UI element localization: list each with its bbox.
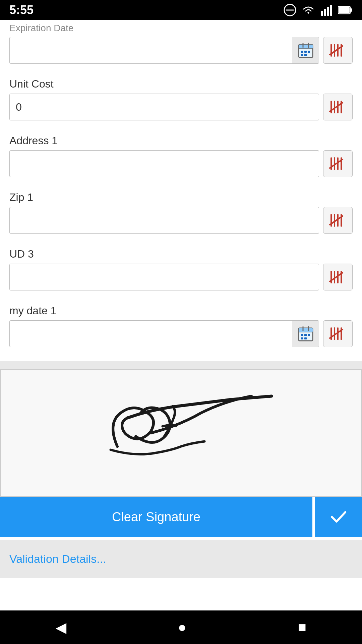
tally-icon-5 [328,269,348,285]
unit-cost-tally-btn[interactable] [323,94,353,120]
svg-rect-10 [299,45,313,49]
expiration-date-group: Expiration Date [9,20,353,64]
ud3-input[interactable] [9,264,319,290]
address1-tally-btn[interactable] [323,150,353,177]
zip1-input[interactable] [9,207,319,234]
svg-rect-7 [350,8,352,12]
svg-rect-14 [301,51,303,53]
validation-text: Validation Details... [9,552,106,565]
ud3-group: UD 3 [9,242,353,290]
expiration-date-input-wrapper[interactable] [9,37,319,64]
unit-cost-row [9,94,353,120]
battery-icon [338,4,353,16]
wifi-icon [301,4,316,16]
tally-icon-2 [328,99,348,115]
nav-recents-button[interactable]: ■ [298,619,306,635]
zip1-group: Zip 1 [9,185,353,234]
expiration-date-calendar-btn[interactable] [292,37,319,64]
zip1-tally-btn[interactable] [323,207,353,234]
signal-icon [320,4,333,16]
svg-rect-4 [327,7,329,16]
unit-cost-label: Unit Cost [9,72,353,90]
expiration-date-row [9,37,353,64]
main-content: Expiration Date [0,20,362,610]
my-date1-input[interactable] [10,321,292,347]
clear-signature-button[interactable]: Clear Signature [0,497,312,537]
expiration-date-label: Expiration Date [9,20,353,34]
tally-icon-4 [328,212,348,229]
svg-rect-45 [299,328,313,332]
unit-cost-group: Unit Cost [9,72,353,120]
checkmark-icon [328,507,349,527]
expiration-date-tally-btn[interactable] [323,37,353,64]
svg-rect-52 [301,337,303,339]
status-time: 5:55 [9,3,34,17]
my-date1-group: my date 1 [9,299,353,347]
status-bar: 5:55 [0,0,362,20]
my-date1-row [9,320,353,347]
section-divider [0,361,362,369]
svg-rect-8 [339,7,350,13]
svg-rect-5 [330,5,332,16]
my-date1-calendar-btn[interactable] [292,320,319,347]
my-date1-tally-btn[interactable] [323,320,353,347]
tally-icon-3 [328,155,348,172]
svg-rect-2 [321,11,323,16]
validation-section[interactable]: Validation Details... [0,540,362,578]
zip1-row [9,207,353,234]
calendar-icon-2 [297,325,314,342]
ud3-label: UD 3 [9,242,353,260]
svg-rect-51 [308,334,310,336]
address1-group: Address 1 [9,128,353,177]
ud3-tally-btn[interactable] [323,264,353,290]
tally-icon [328,42,348,59]
nav-bar: ◀ ● ■ [0,610,362,644]
svg-rect-49 [301,334,303,336]
signature-canvas[interactable] [0,369,362,497]
address1-label: Address 1 [9,128,353,147]
svg-rect-17 [301,54,303,56]
expiration-date-input[interactable] [10,37,292,63]
ud3-row [9,264,353,290]
svg-rect-50 [304,334,307,336]
form-area: Expiration Date [0,20,362,355]
address1-row [9,150,353,177]
dnd-icon [284,4,296,16]
svg-rect-53 [304,337,307,339]
nav-back-button[interactable]: ◀ [56,619,66,636]
my-date1-input-wrapper[interactable] [9,320,319,347]
zip1-label: Zip 1 [9,185,353,204]
calendar-icon [297,42,314,59]
confirm-signature-button[interactable] [315,497,362,537]
nav-home-button[interactable]: ● [178,619,186,635]
signature-drawing [84,379,278,487]
tally-icon-6 [328,325,348,342]
my-date1-label: my date 1 [9,299,353,317]
svg-rect-16 [308,51,310,53]
svg-rect-15 [304,51,307,53]
address1-input[interactable] [9,150,319,177]
unit-cost-input[interactable] [9,94,319,120]
action-buttons: Clear Signature [0,497,362,537]
status-icons [284,4,353,16]
svg-rect-18 [304,54,307,56]
signature-section: Clear Signature Validation Details... [0,369,362,578]
svg-rect-3 [324,9,326,16]
